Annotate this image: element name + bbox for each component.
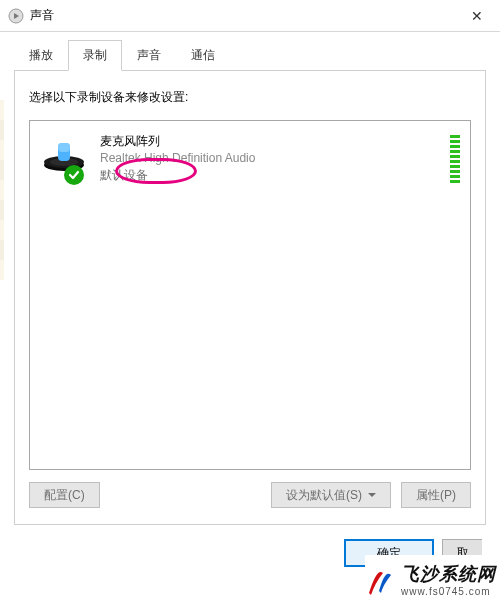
level-bar [450, 165, 460, 168]
window-title: 声音 [30, 7, 454, 24]
tab-communications[interactable]: 通信 [176, 40, 230, 71]
level-bar [450, 140, 460, 143]
svg-rect-5 [58, 143, 70, 152]
level-bar [450, 180, 460, 183]
level-bar [450, 160, 460, 163]
tab-panel: 选择以下录制设备来修改设置: 麦克风阵列 [14, 71, 486, 525]
watermark: 飞沙系统网 www.fs0745.com [365, 555, 500, 603]
app-icon [8, 8, 24, 24]
bottom-button-row: 配置(C) 设为默认值(S) 属性(P) [29, 482, 471, 508]
level-bar [450, 150, 460, 153]
device-driver: Realtek High Definition Audio [100, 150, 255, 167]
tab-playback[interactable]: 播放 [14, 40, 68, 71]
level-bar [450, 175, 460, 178]
default-check-icon [64, 165, 84, 185]
watermark-logo-icon [365, 559, 397, 599]
level-bar [450, 170, 460, 173]
level-bar [450, 145, 460, 148]
device-name: 麦克风阵列 [100, 133, 255, 150]
tab-recording[interactable]: 录制 [68, 40, 122, 71]
device-status: 默认设备 [100, 167, 255, 184]
configure-button[interactable]: 配置(C) [29, 482, 100, 508]
level-bar [450, 135, 460, 138]
tabstrip: 播放 录制 声音 通信 [14, 40, 486, 71]
set-default-button[interactable]: 设为默认值(S) [271, 482, 391, 508]
artifact-strip [0, 100, 4, 280]
level-bar [450, 155, 460, 158]
titlebar: 声音 ✕ [0, 0, 500, 32]
properties-button[interactable]: 属性(P) [401, 482, 471, 508]
device-icon [40, 133, 88, 177]
tab-sounds[interactable]: 声音 [122, 40, 176, 71]
watermark-line1: 飞沙系统网 [401, 562, 496, 586]
level-meter [450, 133, 460, 183]
close-button[interactable]: ✕ [454, 0, 500, 32]
device-list[interactable]: 麦克风阵列 Realtek High Definition Audio 默认设备 [29, 120, 471, 470]
watermark-line2: www.fs0745.com [401, 586, 496, 597]
instruction-text: 选择以下录制设备来修改设置: [29, 89, 471, 106]
device-item[interactable]: 麦克风阵列 Realtek High Definition Audio 默认设备 [40, 133, 460, 183]
